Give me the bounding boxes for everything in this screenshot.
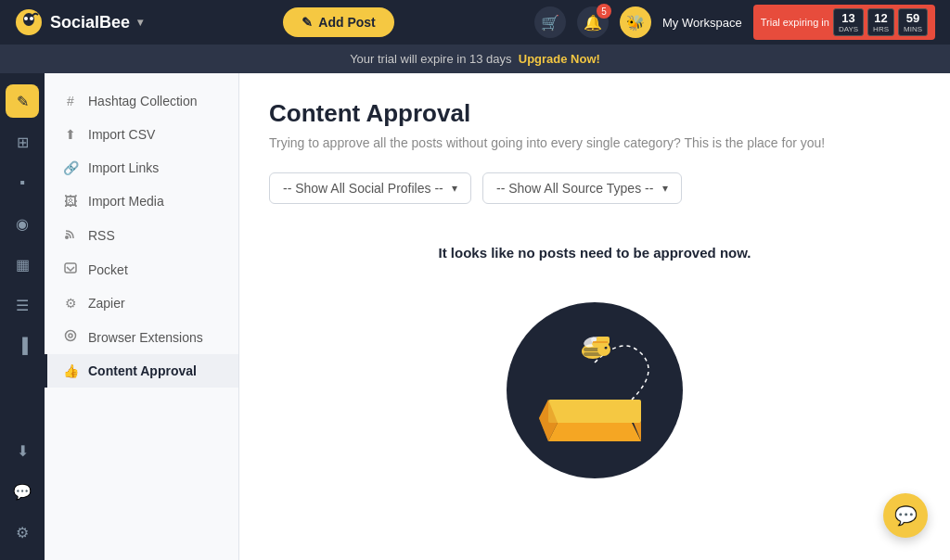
layout: ✎ ⊞ ▪ ◉ ▦ ☰ ▐ ⬇ 💬 ⚙ # [0, 73, 950, 560]
trial-hrs-block: 12 HRS [867, 8, 894, 36]
inbox-icon: ⬇ [17, 442, 29, 460]
brand[interactable]: SocialBee ▾ [15, 8, 143, 36]
chat-fab-button[interactable]: 💬 [883, 493, 928, 538]
sidebar-item-browser-label: Browser Extensions [88, 330, 203, 345]
trial-mins-block: 59 MINS [898, 8, 928, 36]
page-title: Content Approval [269, 99, 920, 128]
pocket-icon [62, 261, 79, 277]
approval-icon: 👍 [62, 363, 79, 378]
trial-hrs-num: 12 [873, 11, 889, 25]
social-dropdown-arrow: ▾ [452, 182, 457, 195]
trial-days-label: DAYS [839, 25, 858, 33]
sidebar-item-approval-label: Content Approval [88, 363, 197, 378]
csv-icon: ⬆ [62, 127, 79, 142]
social-profiles-select[interactable]: -- Show All Social Profiles -- [283, 181, 444, 196]
svg-rect-12 [548, 400, 641, 423]
sidebar-item-hashtag-collection[interactable]: # Hashtag Collection [45, 84, 238, 118]
sidebar-item-zapier-label: Zapier [88, 296, 125, 311]
sidebar-item-pocket[interactable]: Pocket [45, 252, 238, 286]
svg-point-8 [507, 302, 683, 478]
sidebar-item-content-approval[interactable]: 👍 Content Approval [45, 354, 238, 388]
add-post-label: Add Post [318, 15, 375, 30]
cart-button[interactable]: 🛒 [534, 6, 566, 38]
grid-icon: ⊞ [17, 134, 29, 151]
empty-state-title: It looks like no posts need to be approv… [288, 245, 902, 261]
sidebar-item-zapier[interactable]: ⚙ Zapier [45, 286, 238, 320]
icon-sidebar-item-edit[interactable]: ✎ [6, 84, 39, 118]
avatar-button[interactable]: 🐝 [620, 6, 651, 38]
icon-sidebar: ✎ ⊞ ▪ ◉ ▦ ☰ ▐ ⬇ 💬 ⚙ [0, 73, 45, 560]
chat-icon: 💬 [13, 483, 32, 501]
filter-row: -- Show All Social Profiles -- ▾ -- Show… [269, 172, 920, 204]
icon-sidebar-item-calendar[interactable]: ▦ [6, 248, 39, 281]
trial-days-num: 13 [839, 11, 858, 25]
links-icon: 🔗 [62, 160, 79, 175]
main-content: Content Approval Trying to approve all t… [239, 73, 950, 560]
notification-badge: 5 [597, 4, 611, 19]
media-icon: 🖼 [62, 194, 79, 209]
add-post-button[interactable]: ✎ Add Post [283, 7, 393, 37]
icon-sidebar-item-folder[interactable]: ▪ [6, 166, 39, 199]
folder-icon: ▪ [19, 174, 25, 191]
icon-sidebar-item-settings[interactable]: ⚙ [6, 515, 39, 549]
empty-illustration [493, 279, 697, 483]
cart-icon: 🛒 [541, 14, 559, 32]
sidebar-item-pocket-label: Pocket [88, 262, 128, 277]
sidebar-item-import-media[interactable]: 🖼 Import Media [45, 185, 238, 218]
trial-badge: Trial expiring in 13 DAYS 12 HRS 59 MINS [753, 5, 935, 40]
trial-days-block: 13 DAYS [833, 8, 864, 36]
brand-logo [15, 8, 43, 36]
svg-point-6 [66, 331, 76, 341]
sidebar-item-rss-label: RSS [88, 228, 115, 243]
svg-point-2 [24, 17, 28, 20]
browser-icon [62, 329, 79, 345]
svg-point-7 [69, 334, 72, 337]
hashtag-icon: # [62, 94, 79, 108]
icon-sidebar-item-chat[interactable]: 💬 [6, 475, 39, 508]
source-types-select[interactable]: -- Show All Source Types -- [496, 181, 655, 196]
upgrade-link[interactable]: Upgrade Now! [519, 52, 600, 66]
notifications-button[interactable]: 🔔 5 [577, 6, 609, 38]
icon-sidebar-item-inbox[interactable]: ⬇ [6, 434, 39, 467]
chart-icon: ▐ [17, 337, 27, 354]
svg-marker-9 [548, 423, 641, 441]
sidebar-item-media-label: Import Media [88, 194, 164, 209]
source-types-dropdown[interactable]: -- Show All Source Types -- ▾ [482, 172, 682, 204]
sidebar-item-rss[interactable]: RSS [45, 218, 238, 252]
navbar-right: 🛒 🔔 5 🐝 My Workspace Trial expiring in 1… [534, 5, 935, 40]
sidebar-item-import-links[interactable]: 🔗 Import Links [45, 151, 238, 185]
navbar-center: ✎ Add Post [158, 7, 520, 37]
workspace-label: My Workspace [662, 16, 742, 30]
sidebar-item-csv-label: Import CSV [88, 127, 155, 142]
trial-banner: Your trial will expire in 13 days Upgrad… [0, 45, 950, 73]
avatar-icon: 🐝 [626, 14, 645, 32]
icon-sidebar-item-robot[interactable]: ◉ [6, 207, 39, 240]
icon-sidebar-item-grid[interactable]: ⊞ [6, 125, 39, 159]
icon-sidebar-item-layers[interactable]: ☰ [6, 288, 39, 322]
zapier-icon: ⚙ [62, 296, 79, 311]
svg-rect-22 [597, 337, 610, 344]
page-subtitle: Trying to approve all the posts without … [269, 135, 920, 150]
brand-name: SocialBee [50, 13, 130, 32]
brand-dropdown-icon[interactable]: ▾ [137, 16, 143, 29]
sidebar-item-import-csv[interactable]: ⬆ Import CSV [45, 118, 238, 151]
rss-icon [62, 227, 79, 243]
source-dropdown-arrow: ▾ [662, 182, 668, 195]
empty-state: It looks like no posts need to be approv… [269, 226, 920, 505]
calendar-icon: ▦ [16, 256, 30, 274]
add-post-icon: ✎ [302, 15, 313, 30]
svg-point-3 [30, 17, 33, 20]
svg-point-4 [65, 235, 69, 239]
social-profiles-dropdown[interactable]: -- Show All Social Profiles -- ▾ [269, 172, 471, 204]
icon-sidebar-item-chart[interactable]: ▐ [6, 329, 39, 363]
edit-icon: ✎ [17, 93, 29, 110]
settings-icon: ⚙ [16, 524, 29, 541]
navbar: SocialBee ▾ ✎ Add Post 🛒 🔔 5 🐝 My Worksp… [0, 0, 950, 45]
robot-icon: ◉ [16, 215, 29, 233]
trial-mins-num: 59 [904, 11, 922, 25]
sidebar-item-links-label: Import Links [88, 160, 159, 175]
sidebar-item-browser-extensions[interactable]: Browser Extensions [45, 320, 238, 354]
trial-mins-label: MINS [904, 25, 922, 33]
trial-expiring-label: Trial expiring in [761, 17, 829, 28]
layers-icon: ☰ [16, 297, 29, 314]
